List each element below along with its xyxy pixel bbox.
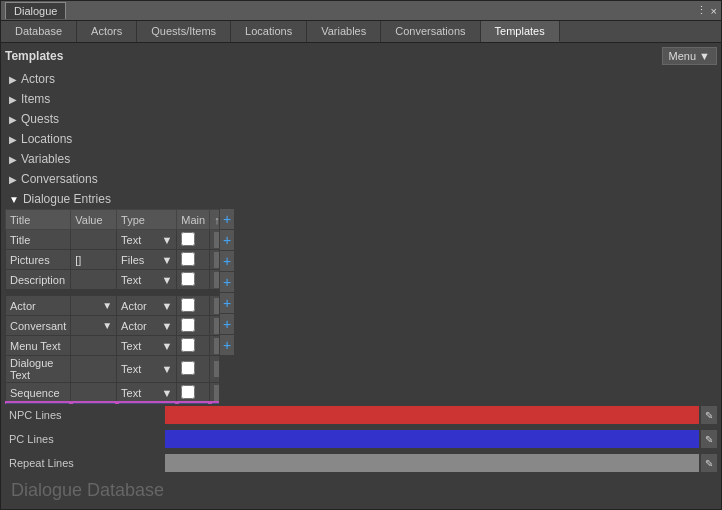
tree-item-conversations[interactable]: ▶ Conversations — [5, 169, 235, 189]
main-content: Templates Menu ▼ ▶ Actors ▶ Items ▶ — [1, 43, 721, 509]
field-table-container: Title Value Type Main ↑ ↓ − — [5, 209, 219, 404]
table-row: Sequence Text ▼ — [6, 383, 220, 403]
table-row: Conversant ▼ Actor — [6, 316, 220, 336]
repeat-lines-label: Repeat Lines — [5, 457, 165, 469]
value-dropdown-icon[interactable]: ▼ — [102, 320, 112, 331]
cell-value — [71, 336, 117, 356]
add-dialogue-entries-button[interactable]: + — [220, 335, 234, 355]
th-value: Value — [71, 210, 117, 230]
th-main: Main — [177, 210, 210, 230]
type-dropdown-icon[interactable]: ▼ — [161, 387, 172, 399]
section-title: Templates — [5, 49, 63, 63]
cell-type: Actor ▼ — [117, 316, 177, 336]
menu-button[interactable]: Menu ▼ — [662, 47, 717, 65]
tree-label-actors: Actors — [21, 72, 55, 86]
cell-main — [177, 250, 210, 270]
tree-label-locations: Locations — [21, 132, 72, 146]
npc-lines-swatch — [165, 406, 699, 424]
repeat-lines-edit-button[interactable]: ✎ — [701, 454, 717, 472]
npc-lines-label: NPC Lines — [5, 409, 165, 421]
type-label: Actor — [121, 320, 147, 332]
add-items-button[interactable]: + — [220, 230, 234, 250]
main-checkbox[interactable] — [181, 338, 195, 352]
cell-main — [177, 383, 210, 403]
type-label: Text — [121, 234, 141, 246]
cell-title: Title — [6, 230, 71, 250]
type-dropdown-icon[interactable]: ▼ — [161, 274, 172, 286]
table-row: Description Text ▼ — [6, 270, 220, 290]
main-checkbox[interactable] — [181, 318, 195, 332]
tab-database[interactable]: Database — [1, 21, 77, 42]
npc-lines-edit-button[interactable]: ✎ — [701, 406, 717, 424]
main-checkbox[interactable] — [181, 385, 195, 399]
main-checkbox[interactable] — [181, 252, 195, 266]
tab-actors[interactable]: Actors — [77, 21, 137, 42]
cell-up: ↑ — [210, 250, 219, 270]
cell-value: ▼ — [71, 316, 117, 336]
tree-item-variables[interactable]: ▶ Variables — [5, 149, 235, 169]
repeat-lines-row: Repeat Lines ✎ — [5, 452, 717, 474]
type-dropdown-icon[interactable]: ▼ — [161, 363, 172, 375]
tree-item-quests[interactable]: ▶ Quests — [5, 109, 235, 129]
type-label: Files — [121, 254, 144, 266]
tab-conversations[interactable]: Conversations — [381, 21, 480, 42]
type-dropdown-icon[interactable]: ▼ — [161, 320, 172, 332]
tree-item-locations[interactable]: ▶ Locations — [5, 129, 235, 149]
main-checkbox[interactable] — [181, 298, 195, 312]
tree-item-items[interactable]: ▶ Items — [5, 89, 235, 109]
cell-type: Text ▼ — [117, 356, 177, 383]
pc-lines-edit-button[interactable]: ✎ — [701, 430, 717, 448]
cell-type: Actor ▼ — [117, 296, 177, 316]
table-row: Menu Text Text ▼ — [6, 336, 220, 356]
add-quests-button[interactable]: + — [220, 251, 234, 271]
tab-quests-items[interactable]: Quests/Items — [137, 21, 231, 42]
cell-title: Pictures — [6, 250, 71, 270]
tree-label-variables: Variables — [21, 152, 70, 166]
cell-type: Text ▼ — [117, 383, 177, 403]
add-locations-button[interactable]: + — [220, 272, 234, 292]
cell-main — [177, 270, 210, 290]
cell-type: Text ▼ — [117, 270, 177, 290]
window-title: Dialogue — [5, 2, 66, 19]
tree-label-items: Items — [21, 92, 50, 106]
close-icon[interactable]: × — [711, 5, 717, 17]
type-label: Actor — [121, 300, 147, 312]
tree-item-actors[interactable]: ▶ Actors — [5, 69, 235, 89]
cell-up: ↑ — [210, 270, 219, 290]
cell-up: ↑ — [210, 296, 219, 316]
cell-up: ↑ — [210, 316, 219, 336]
tab-variables[interactable]: Variables — [307, 21, 381, 42]
type-dropdown-icon[interactable]: ▼ — [161, 300, 172, 312]
type-dropdown-icon[interactable]: ▼ — [161, 234, 172, 246]
dialogue-entries-area: Title Value Type Main ↑ ↓ − — [5, 209, 235, 404]
tab-templates[interactable]: Templates — [481, 21, 560, 42]
cell-up: ↑ — [210, 356, 219, 383]
left-panel: ▶ Actors ▶ Items ▶ Quests ▶ Locations — [5, 69, 235, 404]
section-header: Templates Menu ▼ — [5, 47, 717, 65]
tree-item-dialogue-entries[interactable]: ▼ Dialogue Entries — [5, 189, 235, 209]
add-variables-button[interactable]: + — [220, 293, 234, 313]
cell-title: Conversant — [6, 316, 71, 336]
table-row: Actor ▼ Actor — [6, 296, 220, 316]
cell-value: ▼ — [71, 296, 117, 316]
value-dropdown-icon[interactable]: ▼ — [102, 300, 112, 311]
context-menu-icon[interactable]: ⋮ — [696, 4, 707, 17]
type-label: Text — [121, 274, 141, 286]
table-row: Pictures [] Files ▼ — [6, 250, 220, 270]
cell-value — [71, 270, 117, 290]
th-type: Type — [117, 210, 177, 230]
main-checkbox[interactable] — [181, 272, 195, 286]
main-checkbox[interactable] — [181, 361, 195, 375]
cell-type: Text ▼ — [117, 336, 177, 356]
type-dropdown-icon[interactable]: ▼ — [161, 340, 172, 352]
add-conversations-button[interactable]: + — [220, 314, 234, 334]
type-dropdown-icon[interactable]: ▼ — [161, 254, 172, 266]
content-area: ▶ Actors ▶ Items ▶ Quests ▶ Locations — [5, 69, 717, 404]
tree-label-quests: Quests — [21, 112, 59, 126]
arrow-items: ▶ — [9, 94, 17, 105]
tab-locations[interactable]: Locations — [231, 21, 307, 42]
add-actors-button[interactable]: + — [220, 209, 234, 229]
arrow-actors: ▶ — [9, 74, 17, 85]
main-checkbox[interactable] — [181, 232, 195, 246]
th-up: ↑ — [210, 210, 219, 230]
